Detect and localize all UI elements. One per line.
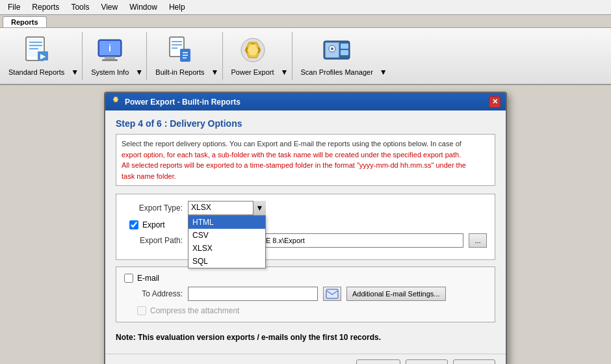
builtin-reports-icon (164, 34, 196, 66)
desc-line2: export option, for each task, a sub-fold… (122, 151, 461, 159)
power-export-button[interactable]: Power Export (226, 29, 280, 83)
desc-line4: task name folder. (122, 172, 176, 180)
dialog-footer: <Back Next> Close (105, 354, 506, 364)
export-type-dropdown-list: HTML CSV XLSX SQL (188, 215, 266, 268)
builtin-reports-label: Built-in Reports (155, 68, 204, 77)
export-checkbox-row: Export (129, 220, 487, 229)
tab-reports[interactable]: Reports (3, 16, 47, 27)
desc-line3: All selected reports will be exported to… (122, 161, 466, 169)
export-section: Export Type: XLSX ▼ HTML CSV XLSX SQL (116, 194, 495, 260)
export-type-combobox[interactable]: XLSX ▼ HTML CSV XLSX SQL (188, 201, 266, 215)
scan-profiles-label: Scan Profiles Manager (301, 68, 373, 77)
dialog-title: Power Export - Built-in Reports (125, 98, 240, 107)
toolbar: ▶ Standard Reports ▼ i System Info (0, 28, 611, 85)
scan-profiles-group: Scan Profiles Manager ▼ (295, 29, 388, 83)
scan-profiles-dropdown[interactable]: ▼ (379, 29, 388, 83)
main-area: Power Export - Built-in Reports ✕ Step 4… (0, 85, 611, 364)
to-address-row: To Address: Additional E-mail Settings..… (124, 287, 487, 301)
export-checkbox[interactable] (129, 220, 138, 229)
menu-window[interactable]: Window (124, 1, 162, 13)
export-checkbox-label: Export (142, 220, 165, 229)
standard-reports-icon: ▶ (21, 34, 52, 66)
power-export-dropdown[interactable]: ▼ (280, 29, 289, 83)
export-type-row: Export Type: XLSX ▼ HTML CSV XLSX SQL (124, 201, 487, 215)
next-button[interactable]: Next> (406, 359, 448, 364)
dialog-icon (110, 96, 121, 108)
system-info-dropdown[interactable]: ▼ (135, 29, 144, 83)
desc-line1: Select the report delivery options. You … (122, 140, 462, 148)
sep2 (146, 32, 147, 80)
svg-rect-25 (341, 50, 348, 55)
description-box: Select the report delivery options. You … (116, 134, 495, 186)
step-title: : Delivery Options (164, 118, 242, 129)
dialog-content: Step 4 of 6 : Delivery Options Select th… (105, 110, 506, 354)
standard-reports-button[interactable]: ▶ Standard Reports (3, 29, 70, 83)
compress-row: Compress the attachment (124, 306, 487, 315)
sep3 (222, 32, 223, 80)
menu-bar: File Reports Tools View Window Help (0, 0, 611, 15)
dialog: Power Export - Built-in Reports ✕ Step 4… (104, 92, 507, 364)
browse-button[interactable]: ... (469, 233, 487, 248)
svg-text:i: i (109, 43, 111, 53)
email-checkbox[interactable] (124, 274, 133, 283)
scan-profiles-button[interactable]: Scan Profiles Manager (295, 29, 379, 83)
sep1 (82, 32, 83, 80)
email-checkbox-row: E-mail (124, 274, 487, 283)
step-label: Step 4 of 6 (116, 118, 162, 129)
system-info-label: System Info (91, 68, 129, 77)
dialog-titlebar: Power Export - Built-in Reports ✕ (105, 93, 506, 110)
to-address-input[interactable] (188, 287, 318, 301)
builtin-reports-group: Built-in Reports ▼ (150, 29, 219, 83)
scan-profiles-icon (321, 34, 352, 66)
svg-rect-10 (102, 59, 118, 61)
builtin-reports-dropdown[interactable]: ▼ (211, 29, 220, 83)
svg-rect-24 (341, 44, 348, 49)
dialog-title-left: Power Export - Built-in Reports (110, 96, 240, 108)
option-xlsx[interactable]: XLSX (188, 242, 265, 255)
email-addr-button[interactable] (323, 287, 341, 301)
back-button[interactable]: <Back (356, 359, 400, 364)
power-export-icon (237, 34, 268, 66)
svg-rect-29 (326, 289, 338, 298)
email-settings-button[interactable]: Additional E-mail Settings... (346, 287, 446, 301)
close-button[interactable]: Close (453, 359, 495, 364)
standard-reports-group: ▶ Standard Reports ▼ (3, 29, 79, 83)
system-info-group: i System Info ▼ (85, 29, 144, 83)
email-section: E-mail To Address: Additional E-mail Set… (116, 266, 495, 322)
evaluation-note: Note: This evaluation version exports / … (116, 329, 495, 346)
svg-point-28 (331, 47, 333, 50)
power-export-group: Power Export ▼ (226, 29, 289, 83)
menu-reports[interactable]: Reports (27, 1, 64, 13)
system-info-icon: i (94, 34, 125, 66)
menu-file[interactable]: File (3, 1, 25, 13)
compress-label: Compress the attachment (150, 306, 239, 315)
dialog-close-button[interactable]: ✕ (489, 96, 500, 108)
tab-bar: Reports (0, 15, 611, 28)
export-type-label: Export Type: (124, 203, 183, 213)
option-sql[interactable]: SQL (188, 255, 265, 268)
export-type-dropdown-arrow[interactable]: ▼ (253, 201, 266, 215)
export-path-row: Export Path: ... (124, 233, 487, 248)
to-address-label: To Address: (124, 289, 183, 298)
menu-tools[interactable]: Tools (66, 1, 94, 13)
system-info-button[interactable]: i System Info (85, 29, 135, 83)
compress-checkbox[interactable] (137, 306, 146, 315)
menu-help[interactable]: Help (164, 1, 190, 13)
svg-rect-9 (105, 57, 115, 59)
svg-text:▶: ▶ (40, 53, 46, 60)
standard-reports-dropdown[interactable]: ▼ (70, 29, 79, 83)
email-checkbox-label: E-mail (137, 274, 159, 283)
step-header: Step 4 of 6 : Delivery Options (116, 118, 495, 129)
sep4 (292, 32, 292, 80)
option-csv[interactable]: CSV (188, 229, 265, 242)
option-html[interactable]: HTML (188, 216, 265, 229)
power-export-label: Power Export (231, 68, 274, 77)
standard-reports-label: Standard Reports (8, 68, 64, 77)
export-path-label: Export Path: (124, 236, 183, 245)
menu-view[interactable]: View (96, 1, 123, 13)
builtin-reports-button[interactable]: Built-in Reports (150, 29, 210, 83)
